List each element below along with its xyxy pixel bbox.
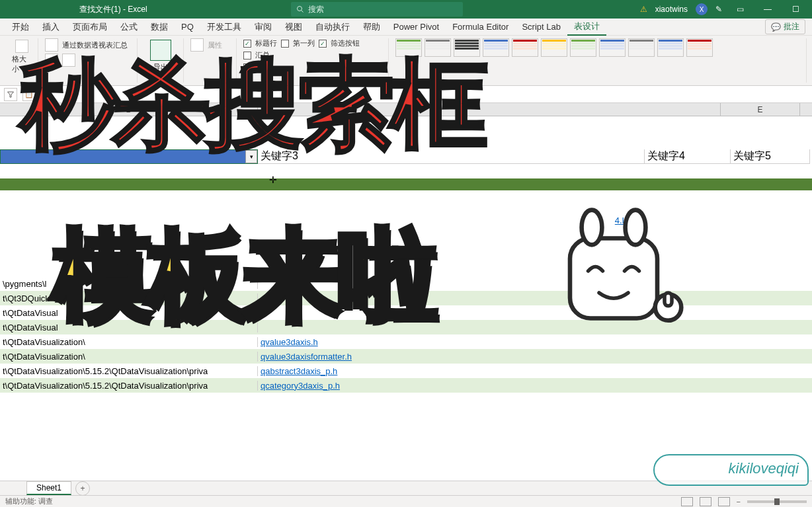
tab-insert[interactable]: 插入 [36,19,66,36]
svg-rect-3 [570,239,657,319]
svg-point-4 [582,210,602,245]
svg-point-5 [626,210,646,245]
view-layout-button[interactable] [700,497,711,506]
user-avatar[interactable]: X [696,3,708,15]
comments-button[interactable]: 💬 批注 [765,19,805,34]
overlay-title-2: 模板来啦 [53,210,434,344]
green-band-row [0,178,812,190]
window-title: 查找文件(1) - Excel [79,4,147,15]
tab-data[interactable]: 数据 [144,19,175,36]
view-normal-button[interactable] [681,497,693,506]
title-bar: 查找文件(1) - Excel 搜索 ⚠ xiaotwins X ✎ ▭ — ☐ [0,0,812,19]
svg-rect-7 [665,293,672,306]
view-break-button[interactable] [718,497,730,506]
tab-formula[interactable]: 公式 [114,19,144,36]
watermark-text: kikiloveqiqi [729,460,799,477]
zoom-slider[interactable] [747,500,807,503]
mascot-icon [541,198,686,344]
tab-formula-editor[interactable]: Formula Editor [446,19,515,36]
path-cell[interactable]: t\QtDataVisualization\5.15.2\QtDataVisua… [0,366,258,376]
maximize-button[interactable]: ☐ [786,0,805,19]
tab-layout[interactable]: 页面布局 [66,19,114,36]
tab-pq[interactable]: PQ [175,19,200,36]
link-cell[interactable]: qvalue3daxisformatter.h [258,352,645,362]
titlebar-right: ⚠ xiaotwins X ✎ ▭ — ☐ [640,0,805,19]
zoom-out-button[interactable]: − [737,498,741,506]
table-row[interactable]: t\QtDataVisualization\qvalue3daxisformat… [0,349,812,364]
status-bar: 辅助功能: 调查 − [0,495,812,507]
search-placeholder: 搜索 [308,4,324,15]
path-cell[interactable]: t\QtDataVisualization\5.15.2\QtDataVisua… [0,381,258,391]
ribbon-mode-icon[interactable]: ▭ [730,0,750,19]
tab-auto[interactable]: 自动执行 [309,19,356,36]
zoom-controls: − [681,497,807,506]
link-cell[interactable]: qabstract3daxis_p.h [258,366,645,376]
tab-scriptlab[interactable]: Script Lab [515,19,567,36]
tab-help[interactable]: 帮助 [356,19,387,36]
overlay-title-1: 秒杀搜索框 [20,40,805,172]
cell-cursor-icon: ✛ [269,175,277,185]
svg-point-0 [298,7,302,11]
username: xiaotwins [655,5,688,14]
sheet-tab[interactable]: Sheet1 [26,481,71,495]
table-row[interactable]: t\QtDataVisualization\5.15.2\QtDataVisua… [0,378,812,393]
tab-powerpivot[interactable]: Power Pivot [387,19,446,36]
link-cell[interactable]: qcategory3daxis_p.h [258,381,645,391]
search-box[interactable]: 搜索 [291,2,463,17]
tab-table-design[interactable]: 表设计 [567,19,606,36]
filter-icon[interactable] [4,88,17,101]
ribbon-tabs: 开始 插入 页面布局 公式 数据 PQ 开发工具 审阅 视图 自动执行 帮助 P… [0,19,812,36]
tab-home[interactable]: 开始 [5,19,36,36]
table-row[interactable]: t\QtDataVisualization\5.15.2\QtDataVisua… [0,364,812,378]
tab-review[interactable]: 审阅 [248,19,278,36]
ribbon-display-btn[interactable]: ✎ [715,5,722,14]
svg-line-1 [302,11,304,13]
warning-icon: ⚠ [640,5,647,14]
svg-marker-2 [8,92,14,97]
tab-dev[interactable]: 开发工具 [200,19,248,36]
path-cell[interactable]: t\QtDataVisualization\ [0,352,258,362]
comment-icon: 💬 [771,22,781,32]
minimize-button[interactable]: — [758,0,778,19]
status-accessibility: 辅助功能: 调查 [5,496,53,506]
search-icon [296,5,304,13]
tab-view[interactable]: 视图 [278,19,309,36]
add-sheet-button[interactable]: + [75,481,90,496]
